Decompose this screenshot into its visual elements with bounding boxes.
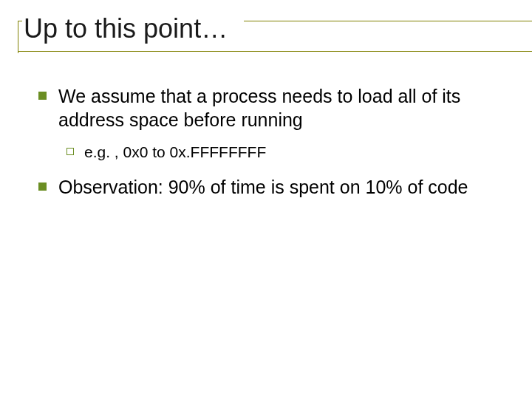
bullet-hollow-icon bbox=[66, 148, 74, 155]
sub-bullet-item: e.g. , 0x0 to 0x.FFFFFFFF bbox=[66, 142, 499, 162]
bullet-item: We assume that a process needs to load a… bbox=[38, 84, 499, 132]
slide-title: Up to this point… bbox=[18, 13, 514, 49]
bullet-item: Observation: 90% of time is spent on 10%… bbox=[38, 175, 499, 199]
slide-content: We assume that a process needs to load a… bbox=[18, 84, 514, 199]
title-rule-bottom bbox=[18, 51, 532, 52]
bullet-square-icon bbox=[38, 183, 47, 191]
sub-bullet-text: e.g. , 0x0 to 0x.FFFFFFFF bbox=[84, 142, 266, 162]
title-area: Up to this point… bbox=[18, 13, 514, 49]
slide: Up to this point… We assume that a proce… bbox=[0, 0, 532, 399]
bullet-square-icon bbox=[38, 92, 47, 100]
bullet-text: Observation: 90% of time is spent on 10%… bbox=[58, 175, 468, 199]
bullet-text: We assume that a process needs to load a… bbox=[58, 84, 499, 132]
